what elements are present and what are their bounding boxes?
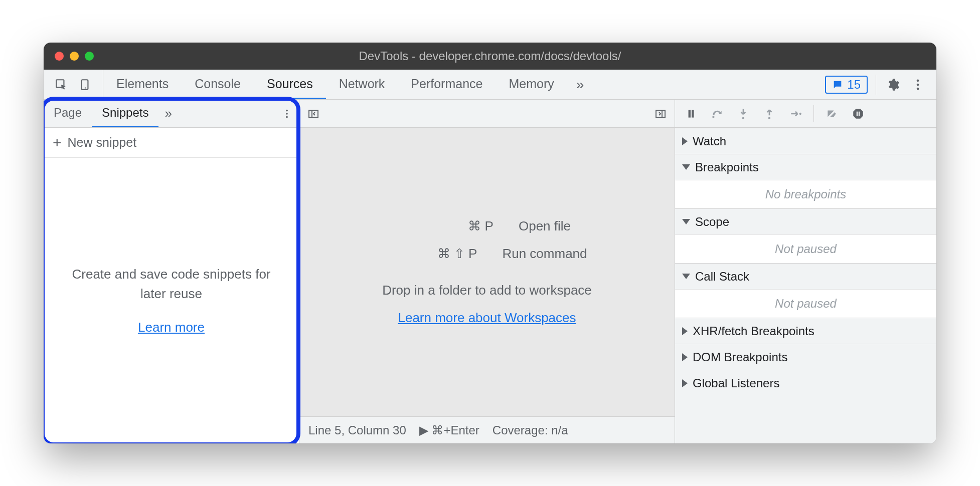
section-label: Watch: [693, 134, 726, 148]
workspaces-learn-more-link[interactable]: Learn more about Workspaces: [398, 310, 576, 326]
debugger-panel: Watch Breakpoints No breakpoints Scope N…: [675, 100, 936, 443]
pause-on-exceptions-icon[interactable]: [850, 106, 866, 122]
shortcut-open-file: ⌘ P Open file: [403, 218, 571, 234]
editor-panel: ⌘ P Open file ⌘ ⇧ P Run command Drop in …: [299, 100, 675, 443]
navigator-panel: Page Snippets » + New snippet Create and…: [44, 100, 299, 443]
nav-more-tabs-icon[interactable]: »: [158, 100, 178, 127]
section-label: XHR/fetch Breakpoints: [693, 324, 814, 338]
nav-options-icon[interactable]: [275, 100, 299, 127]
shortcut-desc: Run command: [502, 246, 587, 262]
svg-point-17: [768, 117, 770, 119]
section-label: Global Listeners: [693, 376, 779, 390]
window-title: DevTools - developer.chrome.com/docs/dev…: [44, 49, 936, 63]
breakpoints-empty-text: No breakpoints: [675, 180, 936, 208]
new-snippet-button[interactable]: + New snippet: [44, 128, 299, 158]
devtools-window: DevTools - developer.chrome.com/docs/dev…: [44, 43, 936, 443]
shortcut-desc: Open file: [519, 218, 571, 234]
editor-status-bar: Line 5, Column 30 ▶ ⌘+Enter Coverage: n/…: [299, 416, 675, 443]
svg-point-3: [917, 79, 919, 82]
section-dom-breakpoints[interactable]: DOM Breakpoints: [675, 344, 936, 370]
editor-toolbar: [299, 100, 675, 128]
section-label: Call Stack: [695, 270, 749, 284]
chevron-down-icon: [682, 274, 690, 279]
device-toolbar-icon[interactable]: [77, 76, 94, 93]
more-tabs-icon[interactable]: »: [567, 70, 593, 99]
chevron-right-icon: [682, 327, 688, 335]
drop-folder-text: Drop in a folder to add to workspace: [382, 283, 592, 298]
chevron-down-icon: [682, 219, 690, 224]
tab-sources[interactable]: Sources: [254, 70, 326, 99]
svg-point-6: [286, 109, 288, 111]
snippets-empty-state: Create and save code snippets for later …: [44, 158, 299, 443]
titlebar: DevTools - developer.chrome.com/docs/dev…: [44, 43, 936, 70]
section-scope[interactable]: Scope: [675, 208, 936, 234]
chevron-right-icon: [682, 137, 688, 145]
hide-navigator-icon[interactable]: [305, 106, 321, 122]
traffic-lights: [55, 52, 94, 61]
shortcut-keys: ⌘ P: [403, 218, 494, 234]
svg-point-15: [712, 116, 714, 118]
step-icon[interactable]: [787, 106, 803, 122]
new-snippet-label: New snippet: [68, 135, 137, 150]
divider: [876, 75, 876, 95]
shortcut-keys: ⌘ ⇧ P: [387, 246, 477, 262]
chevron-right-icon: [682, 379, 688, 387]
tab-network[interactable]: Network: [326, 70, 398, 99]
chevron-down-icon: [682, 164, 690, 170]
tab-memory[interactable]: Memory: [496, 70, 567, 99]
svg-point-7: [286, 113, 288, 115]
run-snippet-hint[interactable]: ▶ ⌘+Enter: [419, 423, 479, 437]
svg-point-8: [286, 116, 288, 118]
cursor-position: Line 5, Column 30: [308, 423, 406, 437]
svg-point-18: [799, 112, 801, 114]
section-label: Scope: [695, 215, 729, 229]
chevron-right-icon: [682, 353, 688, 361]
close-window-button[interactable]: [55, 52, 64, 61]
pause-script-icon[interactable]: [683, 106, 699, 122]
panels-body: Page Snippets » + New snippet Create and…: [44, 100, 936, 443]
tabbar-left-icons: [44, 70, 103, 99]
nav-tab-snippets[interactable]: Snippets: [92, 100, 158, 127]
main-tabs: Elements Console Sources Network Perform…: [103, 70, 815, 99]
issues-count: 15: [847, 78, 861, 92]
svg-point-4: [917, 83, 919, 86]
step-over-icon[interactable]: [709, 106, 725, 122]
debug-toolbar: [675, 100, 936, 128]
svg-rect-14: [692, 110, 694, 117]
tab-elements[interactable]: Elements: [103, 70, 182, 99]
section-xhr-breakpoints[interactable]: XHR/fetch Breakpoints: [675, 318, 936, 344]
inspect-element-icon[interactable]: [53, 76, 70, 93]
editor-empty-area[interactable]: ⌘ P Open file ⌘ ⇧ P Run command Drop in …: [299, 128, 675, 416]
snippets-learn-more-link[interactable]: Learn more: [138, 318, 205, 337]
issues-badge[interactable]: 15: [825, 76, 868, 94]
main-tabbar: Elements Console Sources Network Perform…: [44, 70, 936, 100]
tab-performance[interactable]: Performance: [398, 70, 496, 99]
minimize-window-button[interactable]: [70, 52, 79, 61]
section-callstack[interactable]: Call Stack: [675, 263, 936, 289]
navigator-tabs: Page Snippets »: [44, 100, 299, 128]
scope-empty-text: Not paused: [675, 234, 936, 263]
zoom-window-button[interactable]: [85, 52, 94, 61]
section-watch[interactable]: Watch: [675, 128, 936, 154]
shortcut-run-command: ⌘ ⇧ P Run command: [387, 246, 587, 262]
step-out-icon[interactable]: [761, 106, 777, 122]
section-global-listeners[interactable]: Global Listeners: [675, 370, 936, 396]
svg-point-16: [742, 117, 744, 119]
tab-console[interactable]: Console: [182, 70, 254, 99]
svg-rect-21: [859, 111, 860, 116]
svg-rect-20: [857, 111, 858, 116]
section-breakpoints[interactable]: Breakpoints: [675, 154, 936, 180]
divider: [813, 105, 814, 122]
coverage-status: Coverage: n/a: [493, 423, 568, 437]
step-into-icon[interactable]: [735, 106, 751, 122]
settings-icon[interactable]: [884, 76, 901, 93]
tabbar-right: 15: [815, 70, 936, 99]
svg-point-5: [917, 87, 919, 90]
section-label: DOM Breakpoints: [693, 350, 787, 364]
deactivate-breakpoints-icon[interactable]: [824, 106, 840, 122]
hide-debugger-icon[interactable]: [652, 106, 669, 122]
plus-icon: +: [53, 135, 62, 150]
more-options-icon[interactable]: [909, 76, 926, 93]
callstack-empty-text: Not paused: [675, 289, 936, 318]
nav-tab-page[interactable]: Page: [44, 100, 92, 127]
